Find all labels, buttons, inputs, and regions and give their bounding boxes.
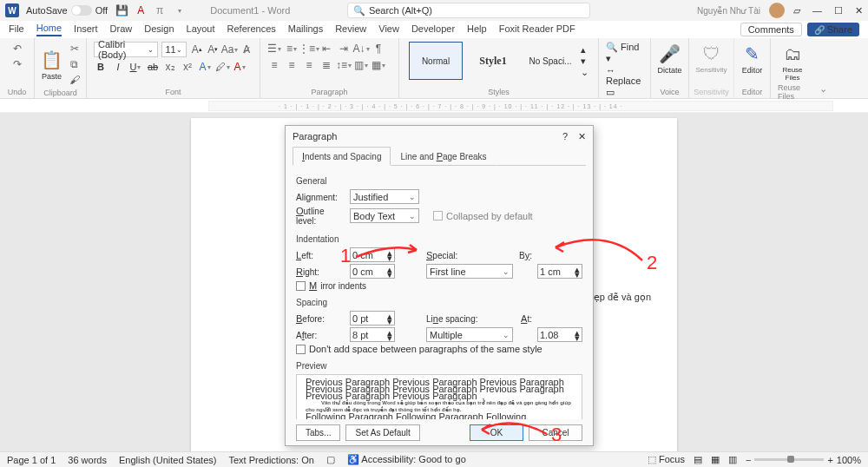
line-spacing-combo[interactable]: Multiple xyxy=(426,327,513,342)
status-words[interactable]: 36 words xyxy=(68,455,107,465)
no-space-same-style-checkbox[interactable]: Don't add space between paragraphs of th… xyxy=(296,344,542,354)
qat-customize-icon[interactable] xyxy=(172,3,186,17)
tab-view[interactable]: View xyxy=(378,23,399,36)
highlight-icon[interactable]: 🖊 xyxy=(215,60,229,74)
indent-right-spin[interactable]: 0 cm▴▾ xyxy=(350,264,395,279)
styles-more-icon[interactable]: ⌄ xyxy=(581,67,589,78)
paste-icon[interactable]: 📋 xyxy=(40,48,64,72)
tab-developer[interactable]: Developer xyxy=(411,23,455,36)
bold-icon[interactable]: B xyxy=(94,60,108,74)
alignment-combo[interactable]: Justified xyxy=(350,189,419,204)
tab-review[interactable]: Review xyxy=(335,23,366,36)
shrink-font-icon[interactable]: A▾ xyxy=(207,43,220,56)
undo-icon[interactable]: ↶ xyxy=(10,42,24,56)
autosave-switch-icon[interactable] xyxy=(71,5,92,16)
superscript-icon[interactable]: x² xyxy=(181,60,194,74)
tab-home[interactable]: Home xyxy=(36,23,62,36)
dialog-tab-linebreaks[interactable]: Line and Page Breaks xyxy=(391,147,496,166)
after-spin[interactable]: 8 pt▴▾ xyxy=(350,327,395,342)
indent-left-icon[interactable]: ⇤ xyxy=(319,42,333,56)
reuse-files-label[interactable]: Reuse Files xyxy=(782,66,802,82)
indent-right-icon[interactable]: ⇥ xyxy=(337,42,351,56)
status-language[interactable]: English (United States) xyxy=(119,455,217,465)
status-page[interactable]: Page 1 of 1 xyxy=(7,455,56,465)
tab-layout[interactable]: Layout xyxy=(187,23,215,36)
tab-design[interactable]: Design xyxy=(144,23,174,36)
equation-icon[interactable]: π xyxy=(153,3,167,17)
numbering-icon[interactable]: ≡ xyxy=(285,42,299,56)
tab-insert[interactable]: Insert xyxy=(74,23,98,36)
redo-icon[interactable]: ↷ xyxy=(10,57,24,71)
dictate-icon[interactable]: 🎤 xyxy=(658,42,682,66)
zoom-in-icon[interactable]: + xyxy=(827,455,832,465)
status-accessibility[interactable]: ♿ Accessibility: Good to go xyxy=(347,454,466,465)
before-spin[interactable]: 0 pt▴▾ xyxy=(350,311,395,326)
view-web-icon[interactable]: ▥ xyxy=(728,454,737,465)
find-button[interactable]: 🔍 Find ▾ xyxy=(606,42,643,64)
ribbon-options-icon[interactable]: ▱ xyxy=(793,5,800,16)
bullets-icon[interactable]: ☰ xyxy=(267,42,281,56)
mirror-indents-checkbox[interactable]: Mirror indents xyxy=(296,280,366,291)
dictate-label[interactable]: Dictate xyxy=(658,66,682,75)
maximize-icon[interactable]: ☐ xyxy=(834,5,843,16)
underline-icon[interactable]: U xyxy=(128,60,142,74)
minimize-icon[interactable]: — xyxy=(812,5,822,16)
line-spacing-icon[interactable]: ↕≡ xyxy=(337,58,351,72)
cut-icon[interactable]: ✂ xyxy=(68,42,82,56)
font-size-combo[interactable]: 11⌄ xyxy=(161,42,187,57)
sort-icon[interactable]: A↓ xyxy=(354,42,368,56)
zoom-level[interactable]: 100% xyxy=(837,455,861,465)
align-right-icon[interactable]: ≡ xyxy=(302,58,316,72)
horizontal-ruler[interactable]: · 1 · | · 1 · | · 2 · | · 3 · | · 4 · | … xyxy=(0,99,868,113)
collapse-ribbon-icon[interactable]: ⌄ xyxy=(819,83,827,95)
view-print-icon[interactable]: ▦ xyxy=(711,454,720,465)
shading-icon[interactable]: ▥ xyxy=(354,58,368,72)
close-window-icon[interactable]: ✕ xyxy=(855,5,863,16)
tab-file[interactable]: File xyxy=(9,23,24,36)
zoom-slider[interactable] xyxy=(754,458,824,461)
tab-draw[interactable]: Draw xyxy=(110,23,133,36)
focus-mode-button[interactable]: ⬚ Focus xyxy=(648,454,685,465)
user-avatar[interactable] xyxy=(769,3,785,18)
autosave-toggle[interactable]: AutoSave Off xyxy=(26,5,108,16)
tab-references[interactable]: References xyxy=(227,23,276,36)
macro-record-icon[interactable]: ▢ xyxy=(326,454,335,465)
quick-style-a-icon[interactable]: A xyxy=(134,3,148,17)
tab-help[interactable]: Help xyxy=(467,23,487,36)
at-spin[interactable]: 1.08▴▾ xyxy=(537,327,582,342)
format-painter-icon[interactable]: 🖌 xyxy=(68,73,82,87)
style-normal[interactable]: Normal xyxy=(409,42,463,80)
font-name-combo[interactable]: Calibri (Body)⌄ xyxy=(94,42,158,57)
subscript-icon[interactable]: x₂ xyxy=(163,60,177,74)
tab-foxit[interactable]: Foxit Reader PDF xyxy=(499,23,575,36)
styles-down-icon[interactable]: ▾ xyxy=(581,56,589,67)
indent-left-spin[interactable]: 0 cm▴▾ xyxy=(350,247,395,262)
by-spin[interactable]: 1 cm▴▾ xyxy=(537,264,582,279)
outline-combo[interactable]: Body Text xyxy=(350,208,419,223)
change-case-icon[interactable]: Aa xyxy=(222,43,236,56)
text-effects-icon[interactable]: A xyxy=(198,60,212,74)
editor-icon[interactable]: ✎ xyxy=(740,42,765,66)
dialog-close-icon[interactable]: ✕ xyxy=(578,131,586,142)
strike-icon[interactable]: ab xyxy=(146,60,160,74)
align-left-icon[interactable]: ≡ xyxy=(267,58,281,72)
zoom-out-icon[interactable]: − xyxy=(746,455,751,465)
tabs-button[interactable]: Tabs... xyxy=(296,424,340,441)
set-default-button[interactable]: Set As Default xyxy=(345,424,419,441)
tab-mailings[interactable]: Mailings xyxy=(288,23,323,36)
dialog-tab-indents[interactable]: Indents and Spacing xyxy=(293,147,391,166)
borders-icon[interactable]: ▦ xyxy=(372,58,385,72)
special-combo[interactable]: First line xyxy=(426,264,513,279)
grow-font-icon[interactable]: A▴ xyxy=(190,43,203,56)
ok-button[interactable]: OK xyxy=(470,424,523,441)
search-box[interactable]: 🔍 Search (Alt+Q) xyxy=(347,3,590,18)
style-nospacing[interactable]: No Spaci... xyxy=(523,42,577,80)
clear-format-icon[interactable]: A̷ xyxy=(240,43,253,56)
comments-button[interactable]: Comments xyxy=(740,23,802,36)
status-predictions[interactable]: Text Predictions: On xyxy=(228,455,313,465)
reuse-files-icon[interactable]: 🗂 xyxy=(780,42,805,66)
editor-label[interactable]: Editor xyxy=(742,66,763,75)
multilevel-icon[interactable]: ⋮≡ xyxy=(302,42,316,56)
style-style1[interactable]: Style1 xyxy=(466,42,520,80)
copy-icon[interactable]: ⧉ xyxy=(68,57,82,71)
